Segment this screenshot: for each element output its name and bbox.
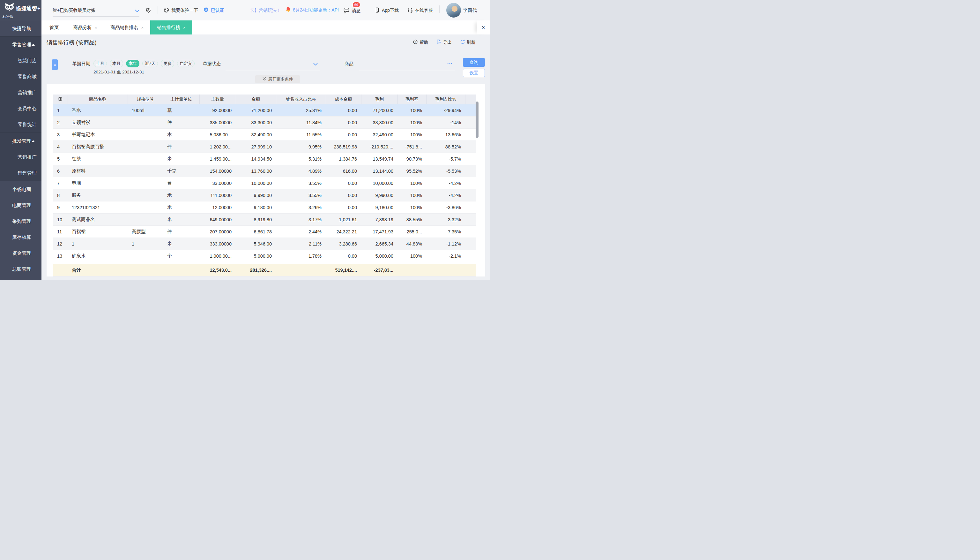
cell: 100% [397, 177, 426, 189]
date-pill-更多[interactable]: 更多 [161, 60, 174, 67]
table-row-10[interactable]: 10测试商品名米649.000008,919.803.17%1,021.617,… [53, 213, 476, 226]
settings-button[interactable]: 设置 [463, 68, 485, 77]
feature-update-link[interactable]: 8月24日功能更新：API [286, 7, 339, 14]
tab-商品分析[interactable]: 商品分析× [66, 20, 104, 35]
table-row-3[interactable]: 3书写笔记本本5,086.00...32,490.0011.55%0.0032,… [53, 129, 476, 141]
sidebar-item-零售商城[interactable]: 零售商城 [0, 68, 42, 85]
help-button[interactable]: ? 帮助 [413, 39, 428, 45]
tab-close-icon[interactable]: × [95, 25, 97, 30]
sidebar-item-销售管理[interactable]: 销售管理 [0, 165, 42, 181]
sidebar-item-资金管理[interactable]: 资金管理 [0, 245, 42, 261]
online-service-button[interactable]: 在线客服 [407, 7, 433, 14]
date-pill-自定义[interactable]: 自定义 [177, 60, 194, 67]
tab-close-icon[interactable]: × [183, 25, 186, 30]
sidebar-item-label: 批发管理 [12, 138, 31, 144]
cell: 3.17% [276, 213, 326, 226]
sidebar-item-总账管理[interactable]: 总账管理 [0, 261, 42, 277]
tab-商品销售排名[interactable]: 商品销售排名× [104, 20, 151, 35]
cell: 95.52% [397, 165, 426, 177]
sidebar-item-零售统计[interactable]: 零售统计 [0, 117, 42, 133]
table-row-11[interactable]: 11百褶裙高腰型件207.000006,861.782.44%24,322.21… [53, 226, 476, 238]
cell: 0.00 [326, 189, 361, 202]
cell: -1.12% [426, 238, 465, 250]
column-header-filler [465, 95, 476, 104]
table-row-13[interactable]: 13矿泉水个1,000.00...5,000.001.78%0.005,000.… [53, 250, 476, 262]
table-total-row[interactable]: 合计12,543.0...281,326....519,142....-237,… [53, 264, 476, 277]
sidebar-item-电商管理[interactable]: 电商管理 [0, 197, 42, 213]
cell: 3.26% [276, 202, 326, 213]
user-menu[interactable]: 李四代 [446, 3, 477, 18]
cell: 合计 [68, 264, 128, 277]
tab-销售排行榜[interactable]: 销售排行榜× [150, 20, 192, 35]
cell [465, 165, 476, 177]
table-row-6[interactable]: 6原材料千克154.0000013,760.004.89%616.0013,14… [53, 165, 476, 177]
expand-more-conditions-button[interactable]: 展开更多条件 [255, 75, 300, 83]
cell [128, 177, 163, 189]
cell: 0.00 [326, 117, 361, 129]
cell: 1,459.00... [199, 153, 236, 165]
refresh-button[interactable]: 刷新 [460, 39, 475, 45]
sidebar-item-营销推广[interactable]: 营销推广 [0, 149, 42, 165]
cell: 1,021.61 [326, 213, 361, 226]
date-pill-本月[interactable]: 本月 [110, 60, 123, 67]
table-row-9[interactable]: 912321321321米12.000009,180.003.26%0.009,… [53, 202, 476, 213]
export-button[interactable]: 导出 [437, 39, 452, 45]
sidebar-item-库存核算[interactable]: 库存核算 [0, 229, 42, 245]
refresh-icon [460, 39, 465, 45]
topbar-divider [439, 5, 440, 13]
experience-link[interactable]: 我要体验一下 [163, 7, 198, 14]
status-select[interactable] [226, 59, 320, 70]
close-all-tabs-button[interactable]: × [477, 20, 490, 35]
tab-close-icon[interactable]: × [141, 25, 144, 30]
workspace-select[interactable]: 智+已购买收银员对账 [53, 5, 140, 17]
sidebar-item-营销推广[interactable]: 营销推广 [0, 85, 42, 100]
search-button[interactable]: 查询 [463, 58, 485, 67]
promo-marquee-link[interactable]: 卡】营销玩法！ [250, 8, 281, 13]
messages-button[interactable]: 消息 69 [343, 7, 360, 14]
cell: 100% [397, 117, 426, 129]
date-pill-上月[interactable]: 上月 [93, 60, 107, 67]
date-range-value[interactable]: 2021-01-01 至 2021-12-31 [93, 69, 144, 75]
table-row-5[interactable]: 5红茶米1,459.00...14,934.505.31%1,384.7613,… [53, 153, 476, 165]
date-pill-本年[interactable]: 本年 [126, 60, 140, 67]
settings-gear-icon[interactable] [146, 7, 151, 13]
chevron-up-icon [32, 140, 35, 142]
collapse-panel-button[interactable]: » [52, 59, 58, 70]
cell: 百褶裙 [68, 226, 128, 238]
date-pill-近7天[interactable]: 近7天 [142, 60, 158, 67]
cell [128, 141, 163, 153]
table-row-12[interactable]: 1211米333.000005,946.002.11%3,280.662,665… [53, 238, 476, 250]
sidebar-item-零售管理[interactable]: 零售管理 [0, 37, 42, 53]
certified-badge[interactable]: 企 已认证 [203, 7, 224, 14]
column-settings-header[interactable] [53, 95, 68, 104]
sidebar-item-智慧门店[interactable]: 智慧门店 [0, 53, 42, 68]
table-row-1[interactable]: 1香水100ml瓶92.0000071,200.0025.31%0.0071,2… [53, 104, 476, 117]
cell [128, 250, 163, 262]
product-more-button[interactable]: ... [447, 59, 453, 65]
column-header-金额: 金额 [236, 95, 276, 104]
vertical-scrollbar[interactable] [476, 102, 478, 138]
product-input[interactable] [359, 59, 455, 70]
app-logo[interactable]: 畅捷通智+ 标准版 [0, 0, 42, 20]
sidebar-item-采购管理[interactable]: 采购管理 [0, 213, 42, 229]
cell: 9,180.00 [236, 202, 276, 213]
workspace-select-value: 智+已购买收银员对账 [53, 8, 95, 13]
table-row-8[interactable]: 8服务米111.000009,990.003.55%0.009,990.0010… [53, 189, 476, 202]
table-row-2[interactable]: 2立领衬衫件335.0000033,300.0011.84%0.0033,300… [53, 117, 476, 129]
cell: 3,280.66 [326, 238, 361, 250]
table-row-7[interactable]: 7电脑台33.0000010,000.003.55%0.0010,000.001… [53, 177, 476, 189]
sidebar-item-快捷导航[interactable]: 快捷导航 [0, 20, 42, 37]
topbar: 畅捷通智+ 标准版 智+已购买收银员对账 我要体验一下 企 已认证 卡】营销玩法… [0, 0, 490, 20]
cell: 88.55% [397, 213, 426, 226]
table-row-4[interactable]: 4百褶裙高腰百搭件1,202.00...27,999.109.95%238,51… [53, 141, 476, 153]
sidebar-item-会员中心[interactable]: 会员中心 [0, 100, 42, 117]
tab-label: 首页 [50, 25, 59, 31]
cell: 100% [397, 250, 426, 262]
cell: 12321321321 [68, 202, 128, 213]
app-download-button[interactable]: App下载 [375, 7, 399, 14]
cell: 书写笔记本 [68, 129, 128, 141]
sidebar-item-税务管理[interactable]: 税务管理 [0, 277, 42, 280]
sidebar-item-小畅电商[interactable]: 小畅电商 [0, 181, 42, 197]
sidebar-item-批发管理[interactable]: 批发管理 [0, 133, 42, 149]
tab-首页[interactable]: 首页 [42, 20, 66, 35]
